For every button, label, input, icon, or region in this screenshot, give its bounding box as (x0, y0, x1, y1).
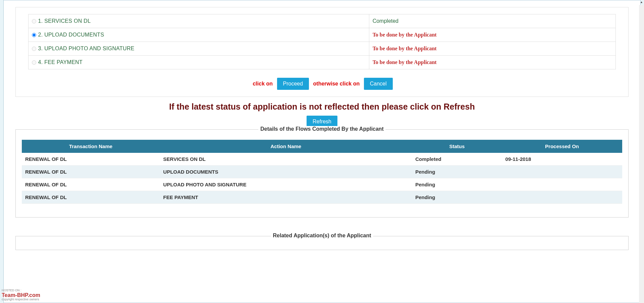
cell-processed (502, 191, 622, 204)
cell-status: Pending (412, 178, 502, 191)
cell-processed (502, 178, 622, 191)
cell-processed (502, 166, 622, 178)
related-legend: Related Application(s) of the Applicant (271, 233, 373, 239)
step-status-cell: Completed (369, 14, 616, 28)
action-row: click on Proceed otherwise click on Canc… (16, 78, 628, 90)
header-action: Action Name (160, 140, 412, 153)
refresh-notice: If the latest status of application is n… (10, 102, 634, 112)
table-row: RENEWAL OF DLSERVICES ON DLCompleted09-1… (22, 153, 622, 166)
step-status-cell: To be done by the Applicant (369, 56, 616, 69)
steps-panel: 1. SERVICES ON DLCompleted2. UPLOAD DOCU… (15, 7, 629, 97)
watermark: HOSTED ON : Team-BHP.com copyright respe… (2, 289, 40, 301)
step-row: 3. UPLOAD PHOTO AND SIGNATURETo be done … (28, 42, 616, 56)
step-label-text: 4. FEE PAYMENT (38, 59, 83, 65)
step-status-cell: To be done by the Applicant (369, 28, 616, 42)
watermark-sub: copyright respective owners (2, 298, 40, 301)
table-row: RENEWAL OF DLFEE PAYMENTPending (22, 191, 622, 204)
scroll-up-arrow[interactable]: ▴ (639, 0, 644, 5)
step-label-cell: 4. FEE PAYMENT (28, 56, 369, 69)
watermark-logo: Team-BHP.com (2, 292, 40, 298)
cell-transaction: RENEWAL OF DL (22, 153, 160, 166)
cell-status: Completed (412, 153, 502, 166)
details-header-row: Transaction Name Action Name Status Proc… (22, 140, 622, 153)
step-radio[interactable] (32, 47, 36, 51)
main-panel: 1. SERVICES ON DLCompleted2. UPLOAD DOCU… (3, 0, 641, 303)
cell-action: SERVICES ON DL (160, 153, 412, 166)
step-radio[interactable] (32, 19, 36, 23)
cell-action: UPLOAD DOCUMENTS (160, 166, 412, 178)
steps-table: 1. SERVICES ON DLCompleted2. UPLOAD DOCU… (28, 14, 616, 69)
cell-transaction: RENEWAL OF DL (22, 191, 160, 204)
table-row: RENEWAL OF DLUPLOAD DOCUMENTSPending (22, 166, 622, 178)
step-status-cell: To be done by the Applicant (369, 42, 616, 56)
step-label-cell: 1. SERVICES ON DL (28, 14, 369, 28)
details-table: Transaction Name Action Name Status Proc… (22, 140, 622, 204)
header-status: Status (412, 140, 502, 153)
header-transaction: Transaction Name (22, 140, 160, 153)
table-row: RENEWAL OF DLUPLOAD PHOTO AND SIGNATUREP… (22, 178, 622, 191)
cell-transaction: RENEWAL OF DL (22, 178, 160, 191)
scrollbar-track[interactable] (639, 5, 644, 303)
step-label-text: 3. UPLOAD PHOTO AND SIGNATURE (38, 46, 135, 51)
step-radio[interactable] (32, 60, 36, 65)
step-label-cell: 2. UPLOAD DOCUMENTS (28, 28, 369, 42)
step-radio[interactable] (32, 33, 36, 37)
details-fieldset: Details of the Flows Completed By the Ap… (15, 129, 629, 218)
step-row: 1. SERVICES ON DLCompleted (28, 14, 616, 28)
step-row: 2. UPLOAD DOCUMENTSTo be done by the App… (28, 28, 616, 42)
related-fieldset: Related Application(s) of the Applicant (15, 236, 629, 250)
watermark-hosted: HOSTED ON : (2, 289, 40, 292)
cancel-button[interactable]: Cancel (364, 78, 393, 90)
cell-action: FEE PAYMENT (160, 191, 412, 204)
proceed-button[interactable]: Proceed (277, 78, 309, 90)
otherwise-label: otherwise click on (313, 81, 360, 86)
cell-transaction: RENEWAL OF DL (22, 166, 160, 178)
cell-status: Pending (412, 191, 502, 204)
header-processed: Processed On (502, 140, 622, 153)
cell-processed: 09-11-2018 (502, 153, 622, 166)
step-label-text: 2. UPLOAD DOCUMENTS (38, 32, 104, 38)
step-row: 4. FEE PAYMENTTo be done by the Applican… (28, 56, 616, 69)
details-legend: Details of the Flows Completed By the Ap… (258, 126, 385, 132)
step-label-text: 1. SERVICES ON DL (38, 18, 91, 24)
cell-status: Pending (412, 166, 502, 178)
step-label-cell: 3. UPLOAD PHOTO AND SIGNATURE (28, 42, 369, 56)
click-on-label: click on (253, 81, 273, 86)
cell-action: UPLOAD PHOTO AND SIGNATURE (160, 178, 412, 191)
